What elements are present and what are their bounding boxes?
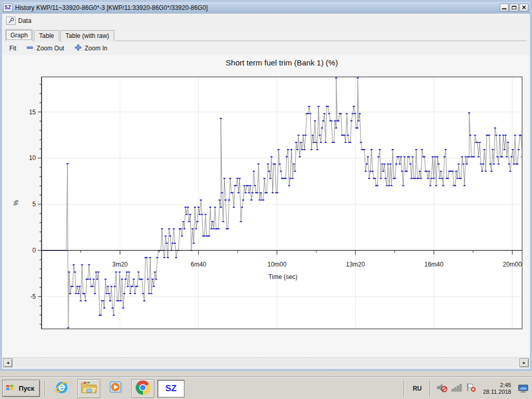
fit-label: Fit: [9, 45, 16, 52]
svg-text:13m20: 13m20: [346, 261, 365, 268]
svg-text:20m00: 20m00: [503, 261, 522, 268]
chrome-icon: [135, 380, 151, 397]
zoom-in-icon: [75, 44, 82, 52]
quicklaunch-media-player-button[interactable]: [104, 379, 127, 398]
tab-graph[interactable]: Graph: [5, 29, 33, 41]
data-icon: [6, 17, 16, 25]
window-title: History KWP/11~33920-86G0*-3 [KWP/11:339…: [15, 4, 497, 11]
close-icon: ✕: [520, 4, 528, 11]
tray-time: 2:45: [483, 382, 511, 389]
zoom-out-icon: [26, 44, 33, 52]
horizontal-scrollbar[interactable]: ◄ ►: [2, 357, 530, 368]
svg-text:Short term fuel trim (Bank 1): Short term fuel trim (Bank 1) (%): [226, 58, 338, 67]
graph-toolbar: Fit Zoom Out Zoom In: [2, 41, 530, 55]
tray-separator-2: [430, 380, 431, 397]
tray-date: 28.11.2018: [483, 389, 511, 395]
quicklaunch-internet-explorer-button[interactable]: [50, 379, 73, 398]
taskbar: Пуск: [0, 377, 532, 399]
data-menu-label: Data: [18, 17, 31, 24]
tab-bar: Graph Table Table (with raw): [2, 28, 530, 41]
zoom-in-button[interactable]: Zoom In: [75, 44, 108, 52]
quicklaunch-chrome-button[interactable]: [131, 379, 154, 398]
scroll-left-button[interactable]: ◄: [3, 358, 12, 367]
zoom-in-label: Zoom In: [85, 45, 108, 52]
media-player-icon: [108, 380, 124, 397]
desktop-screen: SZ History KWP/11~33920-86G0*-3 [KWP/11:…: [0, 0, 532, 399]
maximize-button[interactable]: [510, 4, 518, 11]
quick-launch: [50, 379, 154, 398]
svg-text:10m00: 10m00: [268, 261, 287, 268]
svg-text:Time (sec): Time (sec): [268, 273, 297, 281]
menubar: Data: [2, 14, 530, 28]
start-label: Пуск: [19, 384, 34, 392]
svg-text:-5: -5: [30, 293, 36, 300]
volume-muted-icon[interactable]: [436, 382, 448, 395]
window-controls: ✕: [500, 4, 529, 11]
taskbar-item-sz[interactable]: SZ: [157, 380, 184, 397]
chart-panel: 3m206m4010m0013m2016m4020m00Time (sec)15…: [2, 55, 530, 357]
zoom-out-button[interactable]: Zoom Out: [26, 44, 64, 52]
clock[interactable]: 2:45 28.11.2018: [481, 382, 513, 395]
svg-text:10: 10: [29, 154, 36, 162]
windows-logo-icon: [6, 383, 16, 394]
zoom-out-label: Zoom Out: [36, 45, 64, 52]
svg-text:0: 0: [32, 247, 36, 254]
start-button[interactable]: Пуск: [2, 380, 40, 397]
file-explorer-folder-icon: [81, 380, 97, 396]
svg-text:%: %: [12, 200, 20, 206]
quicklaunch-file-explorer-button[interactable]: [77, 379, 100, 398]
scrollbar-track[interactable]: [12, 358, 520, 367]
svg-text:5: 5: [32, 201, 36, 208]
action-center-flag-icon[interactable]: [466, 382, 477, 395]
tab-table-with-raw[interactable]: Table (with raw): [60, 30, 114, 42]
svg-text:16m40: 16m40: [424, 261, 444, 268]
tray-separator: [404, 380, 405, 397]
svg-text:3m20: 3m20: [112, 261, 128, 268]
svg-text:6m40: 6m40: [191, 261, 206, 268]
fuel-trim-chart[interactable]: 3m206m4010m0013m2016m4020m00Time (sec)15…: [2, 55, 530, 357]
taskbar-separator: [45, 380, 46, 397]
internet-explorer-icon: [54, 380, 70, 397]
system-tray: RU: [401, 379, 530, 398]
svg-text:15: 15: [29, 109, 36, 116]
app-sz-icon: SZ: [3, 4, 12, 11]
network-signal-icon[interactable]: [451, 383, 462, 394]
scroll-right-button[interactable]: ►: [520, 358, 529, 367]
minimize-icon: [502, 8, 507, 9]
app-window: SZ History KWP/11~33920-86G0*-3 [KWP/11:…: [0, 0, 532, 371]
close-button[interactable]: ✕: [520, 4, 528, 11]
tab-table[interactable]: Table: [34, 30, 59, 42]
tabbar-baseline: [115, 41, 527, 41]
minimize-button[interactable]: [500, 4, 509, 11]
window-titlebar: SZ History KWP/11~33920-86G0*-3 [KWP/11:…: [2, 2, 530, 14]
data-menu-button[interactable]: Data: [5, 16, 34, 26]
fit-button[interactable]: Fit: [9, 45, 16, 52]
show-desktop-icon[interactable]: [517, 384, 529, 393]
tray-icons: [436, 382, 477, 395]
language-indicator[interactable]: RU: [410, 385, 423, 392]
maximize-icon: [512, 6, 516, 9]
